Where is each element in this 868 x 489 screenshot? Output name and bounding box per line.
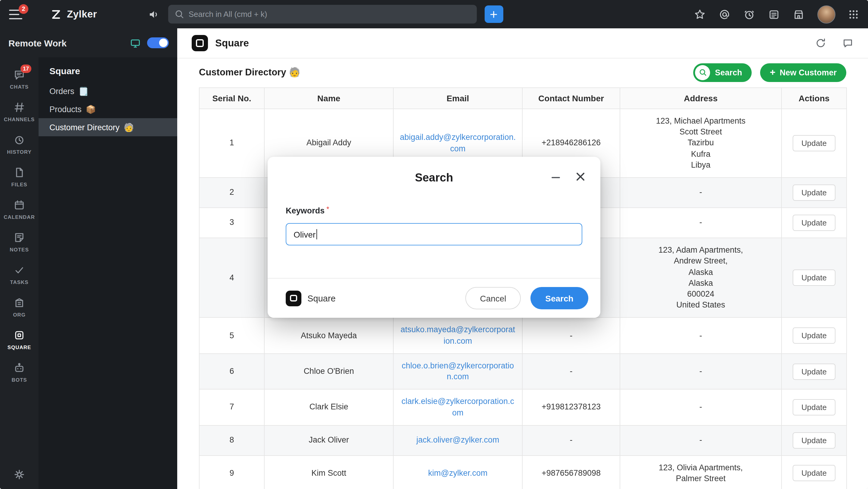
cell-address: - xyxy=(620,425,781,455)
zylker-logo-icon xyxy=(50,8,62,20)
table-row: 7 Clark Elsie clark.elsie@zylkercorporat… xyxy=(199,390,846,425)
hamburger-menu[interactable]: 2 xyxy=(9,9,22,19)
screen-share-icon[interactable] xyxy=(130,37,141,49)
required-asterisk: * xyxy=(327,205,329,213)
cell-serial: 7 xyxy=(199,390,264,425)
search-modal-footer: Square Cancel Search xyxy=(268,278,600,318)
cell-serial: 8 xyxy=(199,425,264,455)
update-button[interactable]: Update xyxy=(792,399,836,416)
update-button[interactable]: Update xyxy=(792,135,836,151)
sidebar-item-files[interactable]: FILES xyxy=(0,161,38,193)
table-row: 8 Jack Oliver jack.oliver@zylker.com - -… xyxy=(199,425,846,455)
cell-contact: +919812378123 xyxy=(522,390,620,425)
channels-icon xyxy=(13,101,25,113)
cell-name: Chloe O'Brien xyxy=(264,354,393,390)
update-button[interactable]: Update xyxy=(792,432,836,448)
cell-actions: Update xyxy=(781,354,846,390)
new-customer-button[interactable]: + New Customer xyxy=(760,63,846,82)
panel-title: Square xyxy=(38,66,177,76)
keywords-label: Keywords xyxy=(286,206,324,215)
sidebar-item-notes[interactable]: NOTES xyxy=(0,226,38,259)
cancel-button[interactable]: Cancel xyxy=(465,287,521,309)
panel-item-orders[interactable]: Orders 🗒️ xyxy=(38,82,177,100)
cell-name: Atsuko Mayeda xyxy=(264,318,393,354)
global-search-input[interactable] xyxy=(168,5,477,24)
cell-actions: Update xyxy=(781,238,846,318)
update-button[interactable]: Update xyxy=(792,328,836,344)
navigation-rail: 17 CHATS CHANNELS HISTO xyxy=(0,57,38,489)
minimize-icon[interactable] xyxy=(550,171,562,183)
settings-gear-icon[interactable] xyxy=(13,468,25,481)
square-app-icon xyxy=(13,329,25,341)
cell-actions: Update xyxy=(781,318,846,354)
email-link[interactable]: kim@zylker.com xyxy=(428,468,488,478)
brand-name: Zylker xyxy=(67,8,97,20)
table-row: 6 Chloe O'Brien chloe.o.brien@zylkercorp… xyxy=(199,354,846,390)
square-app-logo xyxy=(192,35,208,51)
sidebar: Remote Work 17 CHATS xyxy=(0,28,177,489)
square-brand-icon xyxy=(286,290,301,306)
user-avatar[interactable] xyxy=(817,5,835,23)
keywords-input-value: Oliver xyxy=(293,230,315,239)
files-icon xyxy=(13,166,25,179)
new-chat-button[interactable] xyxy=(485,5,503,23)
close-icon[interactable] xyxy=(574,170,587,183)
cell-contact: +987656789098 xyxy=(522,455,620,489)
panel-item-products[interactable]: Products 📦 xyxy=(38,100,177,118)
search-icon xyxy=(174,9,184,19)
sidebar-item-history[interactable]: HISTORY xyxy=(0,128,38,161)
col-serial: Serial No. xyxy=(199,88,264,109)
calendar-list-icon[interactable] xyxy=(768,8,780,20)
sidebar-item-bots[interactable]: BOTS xyxy=(0,356,38,389)
speaker-icon[interactable] xyxy=(148,8,160,20)
marketplace-store-icon[interactable] xyxy=(793,8,805,20)
email-link[interactable]: clark.elsie@zylkercorporation.com xyxy=(401,397,514,417)
col-actions: Actions xyxy=(781,88,846,109)
email-link[interactable]: abigail.addy@zylkercorporation.com xyxy=(400,133,516,153)
update-button[interactable]: Update xyxy=(792,465,836,482)
comment-icon[interactable] xyxy=(842,37,854,49)
apps-grid-icon[interactable] xyxy=(848,9,859,20)
search-pill-icon xyxy=(695,65,710,80)
email-link[interactable]: chloe.o.brien@zylkercorporation.com xyxy=(402,361,514,381)
keywords-input[interactable]: Oliver xyxy=(286,223,582,245)
notification-badge: 2 xyxy=(19,4,28,13)
plus-icon: + xyxy=(770,67,775,78)
col-name: Name xyxy=(264,88,393,109)
availability-toggle[interactable] xyxy=(147,37,169,48)
update-button[interactable]: Update xyxy=(792,215,836,231)
cell-email: atsuko.mayeda@zylkercorporation.com xyxy=(393,318,522,354)
sidebar-item-org[interactable]: ORG xyxy=(0,291,38,324)
email-link[interactable]: atsuko.mayeda@zylkercorporation.com xyxy=(401,325,515,345)
sidebar-item-chats[interactable]: 17 CHATS xyxy=(0,63,38,96)
refresh-icon[interactable] xyxy=(815,37,827,49)
email-link[interactable]: jack.oliver@zylker.com xyxy=(416,435,499,445)
cell-actions: Update xyxy=(781,109,846,178)
cell-actions: Update xyxy=(781,390,846,425)
cell-address: 123, Michael Apartments Scott Street Taz… xyxy=(620,109,781,178)
update-button[interactable]: Update xyxy=(792,184,836,201)
panel-item-customer-directory[interactable]: Customer Directory 🧓 xyxy=(38,118,177,136)
mentions-icon[interactable] xyxy=(718,8,731,20)
update-button[interactable]: Update xyxy=(792,363,836,379)
sidebar-item-channels[interactable]: CHANNELS xyxy=(0,96,38,128)
cell-actions: Update xyxy=(781,455,846,489)
orders-emoji-icon: 🗒️ xyxy=(79,86,89,96)
brand-logo[interactable]: Zylker xyxy=(50,8,97,20)
col-address: Address xyxy=(620,88,781,109)
cell-address: - xyxy=(620,318,781,354)
update-button[interactable]: Update xyxy=(792,270,836,286)
cell-address: - xyxy=(620,208,781,238)
sidebar-item-calendar[interactable]: CALENDAR xyxy=(0,193,38,226)
workspace-name: Remote Work xyxy=(8,38,67,48)
global-search[interactable] xyxy=(168,5,477,24)
sidebar-item-square[interactable]: SQUARE xyxy=(0,324,38,356)
sidebar-item-tasks[interactable]: TASKS xyxy=(0,259,38,291)
cell-name: Jack Oliver xyxy=(264,425,393,455)
cell-serial: 1 xyxy=(199,109,264,178)
favorites-star-icon[interactable] xyxy=(694,8,706,20)
products-emoji-icon: 📦 xyxy=(86,104,96,114)
modal-search-button[interactable]: Search xyxy=(530,287,588,309)
search-button[interactable]: Search xyxy=(693,63,752,82)
reminders-alarm-icon[interactable] xyxy=(743,8,755,20)
